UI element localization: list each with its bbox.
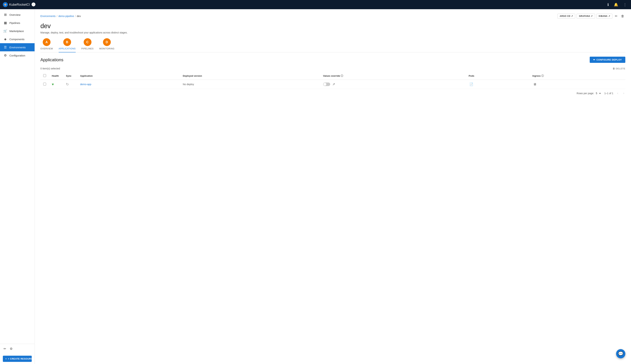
sidebar: ‹ ⊞ Overview ▦ Pipelines 🛒 Marketplace ◈… (0, 9, 35, 364)
row-app-cell: demo-app (77, 80, 180, 89)
sidebar-item-label: Configuration (10, 54, 25, 57)
delete-env-button[interactable]: 🗑 (620, 14, 625, 19)
breadcrumb-sep-1: / (57, 15, 57, 18)
sidebar-item-label: Overview (10, 13, 21, 16)
external-link-icon: ↗ (608, 15, 610, 17)
plus-icon: + (5, 358, 7, 360)
row-values-override-cell: ↗ (320, 80, 466, 89)
app-link[interactable]: demo-app (80, 83, 91, 86)
sidebar-item-overview[interactable]: ⊞ Overview (0, 10, 35, 19)
health-heart-icon: ♥ (52, 82, 54, 86)
tab-label-pipelines: PIPELINES (81, 48, 94, 50)
sidebar-item-configuration[interactable]: ⚙ Configuration (0, 51, 35, 60)
select-all-checkbox[interactable] (43, 74, 46, 77)
rows-per-page-select[interactable]: 5 10 25 (595, 92, 601, 95)
table-row: ♥ ↻ demo-app No deploy (40, 80, 625, 89)
logo-icon (3, 2, 8, 7)
values-override-info-icon: ⓘ (341, 74, 343, 77)
delete-label: DELETE (616, 67, 625, 70)
th-deployed-version: Deployed version (180, 72, 320, 80)
pagination-range: 1–1 of 1 (604, 92, 613, 95)
prev-page-button[interactable]: ‹ (616, 91, 619, 96)
kibana-button[interactable]: KIBANA ↗ (596, 14, 612, 18)
tab-monitoring[interactable]: d MONITORING (99, 38, 114, 52)
breadcrumb: Environments / demo-pipeline / dev ARGO … (40, 14, 625, 19)
th-application: Application (77, 72, 180, 80)
configure-label: CONFIGURE DEPLOY (596, 58, 622, 61)
info-button[interactable]: ℹ (606, 2, 610, 8)
row-pods-cell: 📄 (466, 80, 530, 89)
edit-button[interactable]: ✏ (3, 346, 7, 352)
overview-icon: ⊞ (3, 13, 7, 17)
next-page-button[interactable]: › (622, 91, 625, 96)
breadcrumb-nav: Environments / demo-pipeline / dev (40, 15, 81, 18)
values-override-toggle[interactable] (323, 82, 330, 86)
sync-circle-icon: ↻ (66, 82, 69, 86)
external-link-icon: ↗ (591, 15, 593, 17)
row-ingress-cell: 🖥 (530, 80, 625, 89)
sidebar-item-environments[interactable]: ☰ Environments (0, 43, 35, 51)
section-header: Applications ✏ CONFIGURE DEPLOY (40, 57, 625, 63)
tab-circle-overview: a (43, 38, 51, 46)
deployed-version: No deploy (183, 83, 194, 86)
delete-selected-button[interactable]: 🗑 DELETE (612, 67, 625, 70)
configure-deploy-button[interactable]: ✏ CONFIGURE DEPLOY (590, 57, 625, 63)
section-title: Applications (40, 57, 63, 62)
bell-icon: 🔔 (614, 2, 618, 7)
configuration-icon: ⚙ (3, 54, 7, 57)
notifications-button[interactable]: 🔔 (612, 2, 620, 8)
breadcrumb-current: dev (77, 15, 81, 18)
th-values-override: Values override ⓘ (320, 72, 466, 80)
chat-icon: 💬 (618, 351, 623, 356)
breadcrumb-actions: ARGO CD ↗ GRAFANA ↗ KIBANA ↗ ✏ (557, 14, 625, 19)
marketplace-icon: 🛒 (3, 29, 7, 33)
tab-circle-monitoring: d (103, 38, 111, 46)
tab-label-overview: OVERVIEW (40, 48, 53, 50)
tab-applications[interactable]: b APPLICATIONS (59, 38, 76, 52)
table-toolbar: 0 item(s) selected 🗑 DELETE (40, 66, 625, 71)
breadcrumb-environments[interactable]: Environments (40, 15, 56, 18)
info-icon: ℹ (607, 2, 609, 7)
chat-fab-button[interactable]: 💬 (616, 349, 625, 358)
pods-file-icon[interactable]: 📄 (469, 82, 474, 86)
pagination: Rows per page: 5 10 25 1–1 of 1 ‹ › (40, 89, 625, 98)
ingress-icon[interactable]: 🖥 (532, 82, 537, 86)
tabs: a OVERVIEW b APPLICATIONS c PIPELINES d … (40, 38, 625, 52)
row-checkbox[interactable] (43, 83, 46, 86)
configure-icon: ✏ (593, 58, 595, 61)
app-name: KubeRocketCI (9, 3, 30, 6)
page-title: dev (40, 22, 625, 30)
tab-overview[interactable]: a OVERVIEW (40, 38, 53, 52)
sidebar-item-label: Marketplace (10, 30, 24, 32)
settings-icon: ⚙ (10, 347, 13, 350)
th-sync: Sync (63, 72, 77, 80)
edit-icon: ✏ (4, 347, 6, 350)
sidebar-item-pipelines[interactable]: ▦ Pipelines (0, 19, 35, 27)
sidebar-item-components[interactable]: ◈ Components (0, 35, 35, 43)
components-icon: ◈ (3, 37, 7, 41)
th-ingress: Ingress ⓘ (530, 72, 625, 80)
main-layout: ‹ ⊞ Overview ▦ Pipelines 🛒 Marketplace ◈… (0, 9, 631, 364)
breadcrumb-sep-2: / (75, 15, 76, 18)
sidebar-item-marketplace[interactable]: 🛒 Marketplace (0, 27, 35, 35)
settings-button[interactable]: ⚙ (9, 346, 13, 352)
trash-icon: 🗑 (621, 14, 624, 18)
edit-env-button[interactable]: ✏ (614, 14, 618, 19)
grafana-button[interactable]: GRAFANA ↗ (577, 14, 595, 18)
external-link-icon[interactable]: ↗ (332, 82, 336, 86)
sidebar-nav: ⊞ Overview ▦ Pipelines 🛒 Marketplace ◈ C… (0, 9, 35, 177)
sidebar-item-label: Environments (10, 46, 26, 49)
row-health-cell: ♥ (49, 80, 63, 89)
svg-point-1 (5, 4, 6, 5)
argo-cd-button[interactable]: ARGO CD ↗ (557, 14, 575, 18)
tab-label-applications: APPLICATIONS (59, 48, 76, 50)
ingress-info-icon: ⓘ (541, 74, 544, 77)
create-resource-button[interactable]: + + CREATE RESOURCE (3, 356, 32, 362)
tab-pipelines[interactable]: c PIPELINES (81, 38, 94, 52)
breadcrumb-pipeline[interactable]: demo-pipeline (58, 15, 74, 18)
create-resource-label: + CREATE RESOURCE (8, 358, 34, 360)
more-icon: ⋮ (623, 2, 627, 7)
row-checkbox-cell (40, 80, 49, 89)
sidebar-item-label: Components (10, 38, 25, 41)
more-menu-button[interactable]: ⋮ (622, 2, 628, 8)
